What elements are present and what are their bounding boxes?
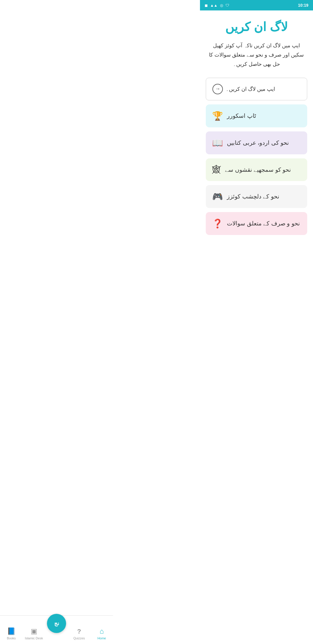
cards-container: ٹاپ اسکورر 🏆 نحو کی اردو، عربی کتابیں 📖 … — [206, 104, 307, 235]
status-time: 10:19 — [298, 3, 308, 8]
card-icon-2: 🕸 — [212, 165, 221, 175]
login-button[interactable]: ایپ میں لاگ ان کریں۔ → — [206, 78, 307, 100]
page-title: لاگ ان کریں — [206, 19, 307, 35]
login-label: ایپ میں لاگ ان کریں۔ — [226, 86, 275, 92]
card-label-3: نحو کے دلچشب کوئزز — [227, 193, 279, 200]
card-label-2: نحو کو سمجھیے نقشوں سے — [225, 166, 291, 173]
signal-icon: ◎ — [220, 3, 223, 8]
battery-icon: ◼ — [205, 3, 208, 8]
card-label-1: نحو کی اردو، عربی کتابیں — [227, 139, 289, 146]
main-content: لاگ ان کریں ایپ میں لاگ ان کریں تاکہ آپ … — [200, 10, 313, 274]
status-bar: 10:19 🛡 ◎ ▲▲ ◼ — [200, 0, 313, 10]
card-icon-3: 🎮 — [212, 191, 223, 202]
arrow-icon: → — [212, 84, 223, 94]
shield-icon: 🛡 — [225, 3, 229, 8]
menu-card-0[interactable]: ٹاپ اسکورر 🏆 — [206, 104, 307, 127]
wifi-icon: ▲▲ — [210, 3, 218, 8]
card-icon-4: ❓ — [212, 218, 223, 229]
card-label-4: نحو و صرف کے متعلق سوالات — [227, 220, 300, 227]
menu-card-3[interactable]: نحو کے دلچشب کوئزز 🎮 — [206, 185, 307, 208]
status-icons: 🛡 ◎ ▲▲ ◼ — [205, 3, 229, 8]
card-icon-1: 📖 — [212, 138, 223, 148]
card-label-0: ٹاپ اسکورر — [227, 112, 256, 119]
menu-card-1[interactable]: نحو کی اردو، عربی کتابیں 📖 — [206, 131, 307, 154]
menu-card-4[interactable]: نحو و صرف کے متعلق سوالات ❓ — [206, 212, 307, 235]
menu-card-2[interactable]: نحو کو سمجھیے نقشوں سے 🕸 — [206, 158, 307, 181]
page-description: ایپ میں لاگ ان کریں تاکہ آپ کوئز کھیل سک… — [206, 41, 307, 69]
card-icon-0: 🏆 — [212, 111, 223, 121]
